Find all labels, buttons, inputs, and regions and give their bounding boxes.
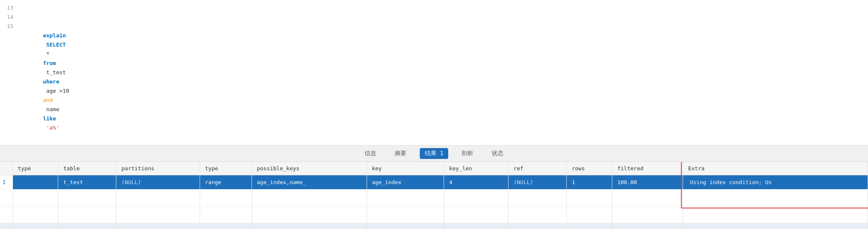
keyword-and: and xyxy=(43,97,53,103)
cell-table: t_test xyxy=(58,175,116,190)
cell-rows: 1 xyxy=(567,175,612,190)
cell-empty xyxy=(0,206,13,223)
cell-key-len: 4 xyxy=(444,175,508,190)
col-key-len: key_len xyxy=(444,162,508,175)
results-table-wrapper: type table partitions type possible_keys… xyxy=(0,162,868,229)
col-rows: rows xyxy=(567,162,612,175)
tab-info[interactable]: 信息 xyxy=(360,148,381,159)
tab-result1[interactable]: 结果 1 xyxy=(420,148,449,159)
cell-possible-keys: age_index,name_ xyxy=(252,175,367,190)
table-row[interactable]: I t_test (NULL) range age_index,name_ ag… xyxy=(0,175,868,190)
tabs-bar: 信息 摘要 结果 1 剖析 状态 xyxy=(0,146,868,162)
cell-partitions: (NULL) xyxy=(116,175,200,190)
editor-area: 13 14 15 explain SELECT * from t_test wh… xyxy=(0,0,868,146)
col-filtered: filtered xyxy=(612,162,683,175)
tab-status[interactable]: 状态 xyxy=(487,148,508,159)
cell-key: age_index xyxy=(367,175,444,190)
cell-ref: (NULL) xyxy=(508,175,567,190)
cell-type1 xyxy=(13,175,58,190)
col-type2: type xyxy=(200,162,252,175)
table-row-empty-1 xyxy=(0,190,868,206)
cell-empty xyxy=(0,190,13,206)
tab-summary[interactable]: 摘要 xyxy=(390,148,411,159)
col-table: table xyxy=(58,162,116,175)
keyword-select: SELECT xyxy=(43,42,66,48)
code-content: explain SELECT * from t_test where age >… xyxy=(17,2,72,143)
cell-filtered: 100.00 xyxy=(612,175,683,190)
extra-value: Using index condition; Us xyxy=(688,178,773,186)
col-ref: ref xyxy=(508,162,567,175)
keyword-explain: explain xyxy=(43,32,66,39)
col-key: key xyxy=(367,162,444,175)
table-row-empty-3 xyxy=(0,223,868,229)
row-indicator: I xyxy=(0,175,13,190)
results-table: type table partitions type possible_keys… xyxy=(0,162,868,229)
col-possible-keys: possible_keys xyxy=(252,162,367,175)
tab-profile[interactable]: 剖析 xyxy=(457,148,478,159)
col-partitions: partitions xyxy=(116,162,200,175)
line-numbers: 13 14 15 xyxy=(0,2,17,143)
col-indicator xyxy=(0,162,13,175)
cell-type2: range xyxy=(200,175,252,190)
cell-empty xyxy=(0,223,13,229)
cell-extra: Using index condition; Us xyxy=(683,175,868,190)
col-extra: Extra xyxy=(683,162,868,175)
string-literal: 'a%' xyxy=(43,125,59,131)
col-type1: type xyxy=(13,162,58,175)
table-row-empty-2 xyxy=(0,206,868,223)
